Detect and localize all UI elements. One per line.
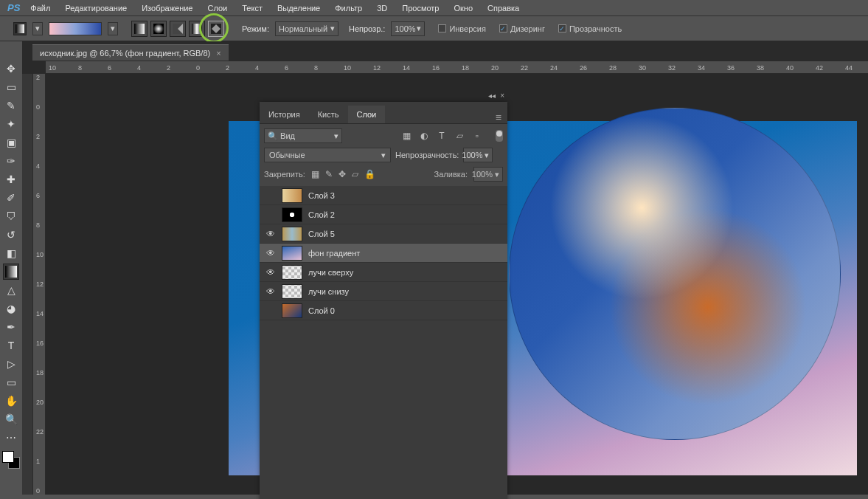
menu-file[interactable]: Файл [30,4,50,13]
lock-all-icon[interactable]: 🔒 [364,169,375,179]
visibility-icon[interactable]: 👁 [265,286,276,297]
gradient-caret[interactable]: ▾ [108,22,118,35]
filter-adjust-icon[interactable]: ◐ [419,131,429,141]
ruler-tick: 8 [78,64,82,72]
gradient-radial-button[interactable] [150,21,167,37]
history-brush-tool[interactable]: ↺ [3,227,19,243]
shape-tool[interactable]: ▭ [3,374,19,390]
menu-window[interactable]: Окно [454,4,473,13]
menu-filter[interactable]: Фильтр [335,4,362,13]
blend-mode-dropdown[interactable]: Нормальный▾ [275,21,338,36]
healing-brush-tool[interactable]: ✚ [3,171,19,187]
crop-tool[interactable]: ▣ [3,134,19,151]
svg-rect-1 [134,24,145,34]
tool-preset-caret[interactable]: ▾ [32,22,43,35]
layer-thumbnail[interactable] [282,265,302,280]
layer-row[interactable]: Слой 0 [260,301,507,320]
layer-row[interactable]: Слой 3 [260,186,507,205]
gradient-angle-button[interactable] [170,21,186,37]
opacity-field[interactable]: 100%▾ [391,21,425,36]
lock-transparency-icon[interactable]: ▦ [311,169,319,179]
gradient-tool[interactable] [3,264,19,280]
more-tools-icon[interactable]: ⋯ [3,430,19,446]
foreground-color-swatch[interactable] [2,451,14,463]
menu-help[interactable]: Справка [487,4,519,13]
dodge-tool[interactable]: ◕ [3,300,19,317]
blur-tool[interactable]: △ [3,282,19,298]
clone-stamp-tool[interactable]: ⛉ [3,208,19,224]
transparency-checkbox[interactable]: Прозрачность [558,24,622,33]
dither-checkbox[interactable]: Дизеринг [499,24,545,33]
layer-thumbnail[interactable] [282,207,302,222]
menu-text[interactable]: Текст [242,4,263,13]
layer-fill-field[interactable]: 100%▾ [473,167,503,182]
gradient-linear-button[interactable] [131,21,147,37]
menu-edit[interactable]: Редактирование [65,4,127,13]
ruler-tick: 4 [255,64,259,72]
menu-view[interactable]: Просмотр [402,4,439,13]
layer-row[interactable]: Слой 2 [260,205,507,224]
layer-row[interactable]: 👁лучи сверху [260,263,507,282]
layer-blend-dropdown[interactable]: Обычные▾ [264,148,391,162]
layer-thumbnail[interactable] [282,246,302,261]
reverse-checkbox[interactable]: Инверсия [438,24,486,33]
document-tab[interactable]: исходник.jpg @ 66,7% (фон градиент, RGB/… [32,44,229,61]
ruler-horizontal: 1086420246810121416182022242628303234363… [46,61,868,74]
layer-row[interactable]: 👁фон градиент [260,244,507,263]
close-panel-icon[interactable]: × [500,92,504,100]
layer-row[interactable]: 👁Слой 5 [260,224,507,244]
collapse-icon[interactable]: ◂◂ [488,92,496,100]
filter-smart-icon[interactable]: ▫ [472,131,482,141]
layer-filter-toggle[interactable] [496,130,503,142]
lock-artboard-icon[interactable]: ▱ [352,169,358,179]
tab-layers[interactable]: Слои [348,106,386,123]
zoom-tool[interactable]: 🔍 [3,411,19,427]
type-tool[interactable]: T [3,337,19,354]
app-logo: PS [7,2,20,13]
hand-tool[interactable]: ✋ [3,393,19,409]
filter-pixel-icon[interactable]: ▦ [401,131,412,141]
marquee-tool[interactable]: ▭ [3,79,19,95]
menu-layers[interactable]: Слои [207,4,227,13]
layer-thumbnail[interactable] [282,303,302,318]
eraser-tool[interactable]: ◧ [3,245,19,261]
path-select-tool[interactable]: ▷ [3,356,19,372]
layer-opacity-field[interactable]: 100%▾ [463,148,493,162]
layer-kind-dropdown[interactable]: 🔍 Вид▾ [264,128,342,143]
layer-thumbnail[interactable] [282,284,302,299]
eyedropper-tool[interactable]: ✑ [3,153,19,169]
tab-brush[interactable]: Кисть [309,106,348,123]
layer-name: Слой 5 [308,230,335,238]
lock-paint-icon[interactable]: ✎ [325,169,333,179]
tab-history[interactable]: История [260,106,309,123]
lock-position-icon[interactable]: ✥ [338,169,346,179]
visibility-icon[interactable]: 👁 [265,267,276,278]
move-tool[interactable]: ✥ [3,61,19,77]
gradient-reflected-button[interactable] [189,21,205,37]
svg-rect-4 [192,24,202,34]
menu-image[interactable]: Изображение [142,4,192,13]
filter-shape-icon[interactable]: ▱ [454,131,465,141]
menu-3d[interactable]: 3D [377,4,387,13]
visibility-icon[interactable]: 👁 [265,248,276,258]
layer-empty-area[interactable] [260,320,507,499]
panel-menu-icon[interactable]: ≡ [496,111,501,123]
ruler-tick: 12 [373,64,381,72]
color-swatches[interactable] [2,451,20,469]
filter-type-icon[interactable]: T [437,131,447,141]
visibility-icon[interactable]: 👁 [265,229,276,239]
menu-select[interactable]: Выделение [277,4,320,13]
layer-thumbnail[interactable] [282,227,302,241]
tool-preset-picker[interactable] [13,22,27,35]
close-icon[interactable]: × [216,49,221,58]
layer-row[interactable]: 👁лучи снизу [260,282,507,301]
magic-wand-tool[interactable]: ✦ [3,116,19,132]
layer-thumbnail[interactable] [282,188,302,203]
pen-tool[interactable]: ✒ [3,319,19,335]
brush-tool[interactable]: ✐ [3,190,19,206]
lasso-tool[interactable]: ✎ [3,97,19,114]
layer-name: Слой 2 [308,210,335,219]
gradient-preview[interactable] [49,22,102,35]
gradient-diamond-button[interactable] [208,21,224,37]
ruler-tick: 20 [36,399,44,406]
